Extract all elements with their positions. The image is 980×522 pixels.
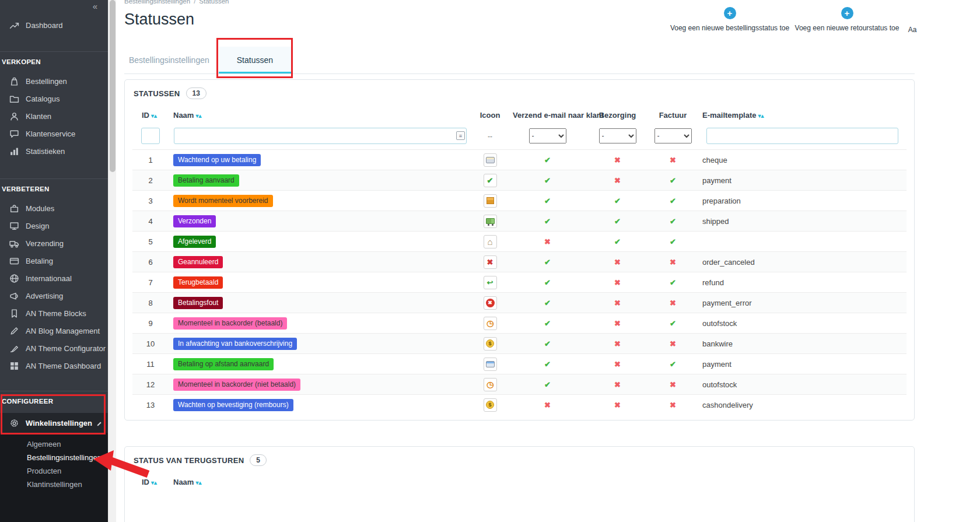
sidebar-item-winkelinstellingen[interactable]: Winkelinstellingen [0,413,108,433]
sidebar-subitem-klantinstellingen[interactable]: Klantinstellingen [0,478,108,491]
sidebar-item-label: Bestellingen [26,77,67,86]
status-template: preparation [702,197,741,205]
status-invoice-mark: ✖ [670,156,676,164]
status-row[interactable]: 11 Betaling op afstand aanvaard ✔ ✖ ✔ pa… [132,354,907,374]
status-row[interactable]: 5 Afgeleverd ⌂ ✖ ✔ ✔ [132,232,907,252]
status-row[interactable]: 13 Wachten op bevestiging (rembours) $ ✖… [132,395,907,415]
tab-statussen[interactable]: Statussen [219,47,291,73]
status-row[interactable]: 9 Momenteel in backorder (betaald) ◷ ✔ ✖… [132,313,907,334]
sidebar: « Dashboard VERKOPEN BestellingenCatalog… [0,0,108,522]
design-icon [9,221,19,231]
sidebar-item-klantenservice[interactable]: Klantenservice [0,125,108,142]
status-name-badge: Geannuleerd [173,256,223,268]
status-row[interactable]: 8 Betalingsfout ✖ ✔ ✖ ✖ payment_error [132,293,907,313]
status-row[interactable]: 3 Wordt momenteel voorbereid ✔ ✔ ✔ prepa… [132,191,907,211]
collapse-sidebar-icon[interactable]: « [93,1,97,11]
breadcrumb-separator: / [194,0,195,5]
money-icon: $ [484,398,497,412]
sidebar-item-bestellingen[interactable]: Bestellingen [0,72,108,90]
status-row[interactable]: 1 Wachtend op uw betaling ✔ ✖ ✖ cheque [132,150,907,170]
sidebar-item-an-blog-management[interactable]: AN Blog Management [0,322,108,339]
status-delivery-mark: ✔ [614,217,621,226]
tab-bestellingsinstellingen[interactable]: Bestellingsinstellingen [124,47,214,73]
column-header-id[interactable]: ID [132,106,169,125]
status-id: 7 [148,278,152,287]
filter-name-input[interactable] [174,128,467,144]
status-row[interactable]: 2 Betaling aanvaard ✔ ✔ ✖ ✔ payment [132,170,907,191]
sort-icons [195,111,201,120]
sidebar-item-catalogus[interactable]: Catalogus [0,90,108,107]
sort-icons [151,111,157,120]
sidebar-item-label: Dashboard [26,21,63,30]
sidebar-item-label: Design [26,222,49,230]
status-row[interactable]: 7 Terugbetaald ↩ ✔ ✖ ✔ refund [132,272,907,293]
status-delivery-mark: ✖ [614,176,621,185]
status-name-badge: Betaling aanvaard [173,174,239,187]
filter-id-input[interactable] [141,128,160,144]
column-header-id[interactable]: ID [132,472,169,492]
globe-icon [9,274,19,283]
sidebar-item-label: Advertising [26,292,63,300]
sidebar-item-dashboard[interactable]: Dashboard [0,16,108,34]
status-template: bankwire [702,339,733,348]
status-delivery-mark: ✖ [614,278,621,287]
status-row[interactable]: 6 Geannuleerd ✖ ✔ ✖ ✖ order_canceled [132,252,907,272]
status-name-badge: Wachtend op uw betaling [173,154,261,166]
sidebar-item-statistieken[interactable]: Statistieken [0,142,108,160]
status-row[interactable]: 10 In afwachting van bankoverschrijving … [132,334,907,354]
sidebar-item-betaling[interactable]: Betaling [0,252,108,269]
action-label: Voeg een nieuwe retourstatus toe [795,24,900,32]
sidebar-item-an-theme-configurator[interactable]: AN Theme Configurator [0,339,108,357]
status-email-mark: ✔ [544,360,551,369]
sidebar-item-modules[interactable]: Modules [0,199,108,217]
status-id: 1 [148,156,152,164]
status-invoice-mark: ✖ [670,339,676,348]
sidebar-item-klanten[interactable]: Klanten [0,107,108,125]
sidebar-item-advertising[interactable]: Advertising [0,287,108,304]
status-id: 10 [146,339,155,348]
sidebar-item-verzending[interactable]: Verzending [0,234,108,252]
filter-invoice-select[interactable]: - [654,128,692,143]
add-return-status-button[interactable]: Voeg een nieuwe retourstatus toe [787,7,907,32]
status-template: order_canceled [702,258,755,267]
status-invoice-mark: ✔ [670,217,676,226]
column-header-naam[interactable]: Naam [169,106,472,125]
scrollbar-thumb[interactable] [110,0,116,172]
sidebar-item-an-theme-blocks[interactable]: AN Theme Blocks [0,304,108,322]
sidebar-subitem-producten[interactable]: Producten [0,464,108,478]
sidebar-subitem-bestellingsinstellingen[interactable]: Bestellingsinstellingen [0,451,108,464]
status-id: 13 [146,401,155,409]
filter-email-select[interactable]: - [529,128,566,143]
sidebar-subitem-algemeen[interactable]: Algemeen [0,437,108,451]
status-template: outofstock [702,380,737,389]
status-row[interactable]: 4 Verzonden ✔ ✔ ✔ shipped [132,211,907,232]
action-truncated-label[interactable]: Aa [905,26,920,34]
sidebar-item-an-theme-dashboard[interactable]: AN Theme Dashboard [0,357,108,374]
status-delivery-mark: ✔ [614,237,621,246]
status-delivery-mark: ✖ [614,380,621,389]
column-header-naam[interactable]: Naam [169,472,472,492]
filter-delivery-select[interactable]: - [599,128,636,143]
status-template: payment_error [702,299,752,307]
brush-icon [9,344,19,353]
status-invoice-mark: ✔ [670,197,676,205]
sidebar-item-internationaal[interactable]: Internationaal [0,269,108,287]
status-delivery-mark: ✖ [614,339,621,348]
trend-icon [9,20,19,30]
section-title: VERKOPEN [0,51,108,68]
sort-asc-icon [198,111,201,120]
filter-template-input[interactable] [706,128,898,144]
column-header-emailtemplate[interactable]: E-mailtemplate [698,106,907,125]
status-id: 8 [148,299,152,307]
plus-icon [841,7,853,19]
shipping-icon [9,239,19,248]
status-row[interactable]: 12 Momenteel in backorder (niet betaald)… [132,374,907,395]
status-delivery-mark: ✖ [614,401,621,409]
breadcrumb-parent-link[interactable]: Bestellingsinstellingen [124,0,190,5]
add-order-status-button[interactable]: Voeg een nieuwe bestellingsstatus toe [664,7,795,32]
sidebar-item-design[interactable]: Design [0,217,108,234]
vertical-scrollbar[interactable] [108,0,116,522]
sort-desc-icon [758,111,761,120]
status-name-badge: Betaling op afstand aanvaard [173,358,274,370]
sidebar-section-verbeteren: VERBETEREN ModulesDesignVerzendingBetali… [0,178,108,374]
